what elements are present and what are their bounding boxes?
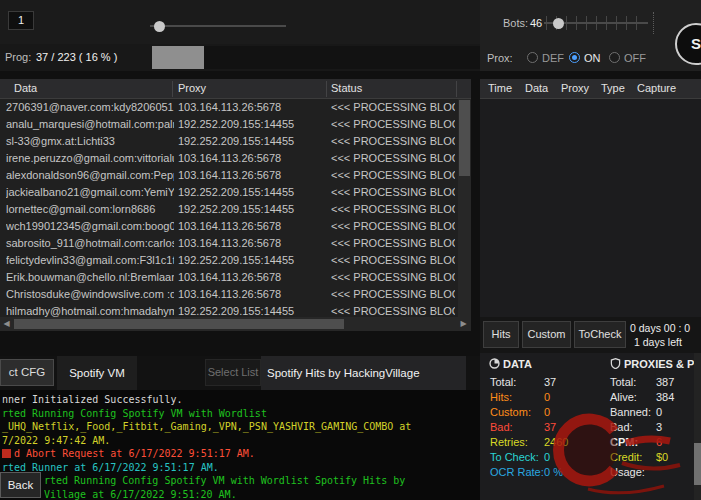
time-elapsed: 0 days 00 : 0: [630, 322, 690, 334]
table-row[interactable]: irene.peruzzo@gmail.com:vittorialu103.16…: [0, 150, 457, 167]
cell-data: sl-33@gmx.at:Lichti33: [6, 133, 174, 150]
cell-proxy: 192.252.209.155:14455: [178, 303, 326, 317]
cell-proxy: 103.164.113.26:5678: [178, 167, 326, 184]
column-separator: [456, 81, 457, 97]
table-row[interactable]: felictydevlin33@gmail.com:F3l1c1ty192.25…: [0, 252, 457, 269]
column-header-type[interactable]: Type: [601, 82, 625, 94]
column-header-proxy[interactable]: Proxy: [561, 82, 589, 94]
toolbar-separator: [653, 12, 654, 34]
select-cfg-button[interactable]: ct CFG: [0, 359, 54, 386]
stats-scrollbar[interactable]: [694, 353, 701, 500]
table-row[interactable]: jackiealbano21@gmail.com:YemiYar192.252.…: [0, 184, 457, 201]
stat-custom: Custom:0: [490, 405, 605, 420]
hits-table-header: Time Data Proxy Type Capture: [480, 79, 701, 99]
wordlist-name: Spotify Hits by HackingVillage: [261, 356, 466, 390]
cell-proxy: 103.164.113.26:5678: [178, 235, 326, 252]
horizontal-scrollbar-thumb[interactable]: [14, 319, 344, 329]
select-list-button[interactable]: Select List: [205, 359, 261, 386]
vertical-scrollbar-thumb[interactable]: [459, 100, 470, 176]
data-stats-list: Total:37 Hits:0 Custom:0 Bad:37 Retries:…: [490, 375, 605, 480]
table-row[interactable]: sabrosito_911@hotmail.com:carlos2103.164…: [0, 235, 457, 252]
prox-radio-on[interactable]: [569, 52, 580, 63]
column-header-time[interactable]: Time: [488, 82, 512, 94]
prox-radio-on-label: ON: [584, 52, 601, 64]
stat-proxy-total: Total:387: [610, 375, 701, 390]
cell-status: <<< PROCESSING BLOCK: [331, 184, 455, 201]
table-row[interactable]: Christosduke@windowslive.com :du103.164.…: [0, 286, 457, 303]
cell-status: <<< PROCESSING BLOCK: [331, 269, 455, 286]
proxies-stats-list: Total:387 Alive:384 Banned:0 Bad:3 CPM:6…: [610, 375, 701, 480]
cell-data: hilmadhy@hotmail.com:hmadahym: [6, 303, 174, 317]
column-header-status[interactable]: Status: [331, 82, 362, 94]
table-row[interactable]: analu_marquesi@hotmail.com:palm192.252.2…: [0, 116, 457, 133]
stat-proxy-banned: Banned:0: [610, 405, 701, 420]
cell-status: <<< PROCESSING BLOCK: [331, 218, 455, 235]
hits-table: Time Data Proxy Type Capture: [480, 79, 701, 317]
stat-hits: Hits:0: [490, 390, 605, 405]
table-row[interactable]: Erik.bouwman@chello.nl:Bremlaan1103.164.…: [0, 269, 457, 286]
cell-proxy: 103.164.113.26:5678: [178, 286, 326, 303]
column-header-data[interactable]: Data: [525, 82, 548, 94]
cell-data: lornettec@gmail.com:lorn8686: [6, 201, 174, 218]
scroll-right-icon[interactable]: ▶: [457, 317, 470, 331]
cell-status: <<< PROCESSING BLOCK: [331, 235, 455, 252]
slider-track: [150, 25, 286, 27]
bots-slider-thumb[interactable]: [553, 18, 564, 29]
stats-scrollbar-thumb[interactable]: [694, 443, 701, 485]
data-panel-header: DATA: [489, 358, 532, 370]
back-button[interactable]: Back: [0, 472, 41, 498]
stat-bad: Bad:37: [490, 420, 605, 435]
bots-slider[interactable]: [544, 13, 648, 33]
cell-proxy: 192.252.209.155:14455: [178, 184, 326, 201]
bots-label: Bots:: [503, 17, 528, 29]
cell-status: <<< PROCESSING BLOCK: [331, 116, 455, 133]
stat-retries: Retries:2460: [490, 435, 605, 450]
log-line: _UHQ_Netflix,_Food,_Fitbit,_Gaming,_VPN,…: [2, 420, 480, 434]
cell-proxy: 192.252.209.155:14455: [178, 116, 326, 133]
progress-fill: [152, 46, 204, 69]
cell-status: <<< PROCESSING BLOCK: [331, 99, 455, 116]
stat-proxy-bad: Bad:3: [610, 420, 701, 435]
column-header-data[interactable]: Data: [14, 82, 37, 94]
cell-data: felictydevlin33@gmail.com:F3l1c1ty: [6, 252, 174, 269]
table-row[interactable]: sl-33@gmx.at:Lichti33192.252.209.155:144…: [0, 133, 457, 150]
hits-tabs-bar: Hits Custom ToCheck 0 days 00 : 0 1 days…: [480, 317, 701, 353]
tab-custom[interactable]: Custom: [522, 321, 571, 348]
stat-ocr-rate: OCR Rate:0 %: [490, 465, 605, 480]
log-line: d Abort Request at 6/17/2022 9:51:17 AM.: [2, 447, 480, 461]
stat-total: Total:37: [490, 375, 605, 390]
table-row[interactable]: alexdonaldson96@gmail.com:Pepp103.164.11…: [0, 167, 457, 184]
cell-proxy: 103.164.113.26:5678: [178, 99, 326, 116]
vertical-scrollbar[interactable]: [458, 99, 471, 317]
prox-radio-off-label: OFF: [624, 52, 646, 64]
cell-proxy: 103.164.113.26:5678: [178, 218, 326, 235]
progress-value: 37 / 223 ( 16 % ): [36, 51, 117, 63]
cell-proxy: 103.164.113.26:5678: [178, 269, 326, 286]
cell-proxy: 192.252.209.155:14455: [178, 133, 326, 150]
top-left-slider[interactable]: [150, 16, 286, 36]
config-bar: ct CFG Spotify VM Select List Spotify Hi…: [0, 356, 480, 390]
stat-tocheck: To Check:0: [490, 450, 605, 465]
tab-tocheck[interactable]: ToCheck: [574, 321, 626, 348]
results-table: Data Proxy Status 2706391@naver.com:kdy8…: [0, 79, 471, 331]
cell-data: sabrosito_911@hotmail.com:carlos2: [6, 235, 174, 252]
tab-hits[interactable]: Hits: [483, 321, 519, 348]
log-line: nner Initialized Successfully.: [2, 393, 480, 407]
table-row[interactable]: hilmadhy@hotmail.com:hmadahym192.252.209…: [0, 303, 457, 317]
table-row[interactable]: lornettec@gmail.com:lorn8686192.252.209.…: [0, 201, 457, 218]
log-output: nner Initialized Successfully. rted Runn…: [0, 390, 480, 500]
log-line: rted Running Config Spotify VM with Word…: [2, 407, 480, 421]
prox-radio-def[interactable]: [527, 52, 538, 63]
table-row[interactable]: 2706391@naver.com:kdy8206051103.164.113.…: [0, 99, 457, 116]
horizontal-scrollbar[interactable]: ◀ ▶: [0, 317, 471, 331]
column-header-proxy[interactable]: Proxy: [178, 82, 206, 94]
stat-usage: Usage:: [610, 465, 701, 480]
prox-radio-off[interactable]: [609, 52, 620, 63]
threads-input[interactable]: 1: [8, 11, 34, 30]
table-row[interactable]: wch199012345@gmail.com:boog06103.164.113…: [0, 218, 457, 235]
top-left-slider-thumb[interactable]: [154, 21, 165, 32]
column-header-capture[interactable]: Capture: [637, 82, 676, 94]
log-line: 7/2022 9:47:42 AM.: [2, 434, 480, 448]
scroll-left-icon[interactable]: ◀: [0, 317, 13, 331]
column-separator: [326, 81, 327, 97]
